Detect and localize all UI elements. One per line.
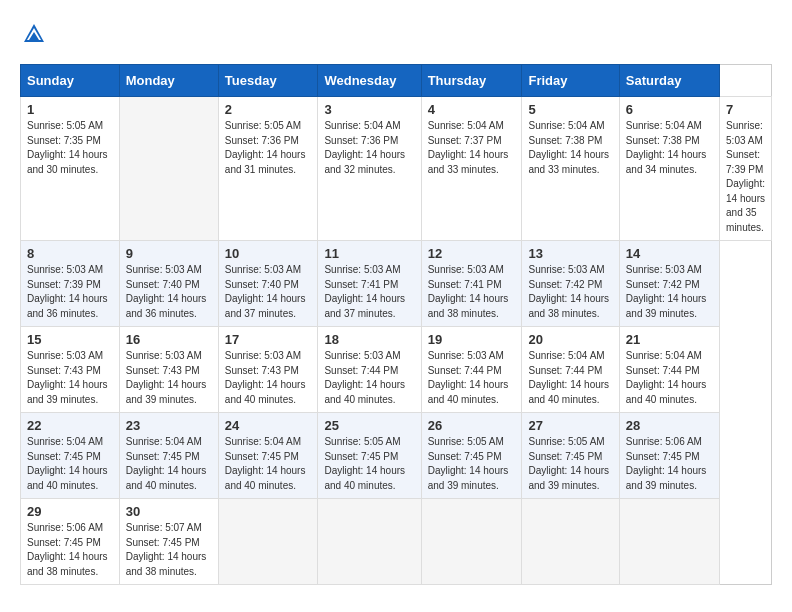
calendar-cell xyxy=(218,499,318,585)
day-info: Sunrise: 5:05 AM Sunset: 7:45 PM Dayligh… xyxy=(428,435,516,493)
day-info: Sunrise: 5:05 AM Sunset: 7:36 PM Dayligh… xyxy=(225,119,312,177)
day-number: 14 xyxy=(626,246,713,261)
day-info: Sunrise: 5:03 AM Sunset: 7:39 PM Dayligh… xyxy=(27,263,113,321)
day-info: Sunrise: 5:03 AM Sunset: 7:42 PM Dayligh… xyxy=(626,263,713,321)
calendar-cell: 3Sunrise: 5:04 AM Sunset: 7:36 PM Daylig… xyxy=(318,97,421,241)
day-info: Sunrise: 5:04 AM Sunset: 7:36 PM Dayligh… xyxy=(324,119,414,177)
day-number: 17 xyxy=(225,332,312,347)
calendar-cell: 20Sunrise: 5:04 AM Sunset: 7:44 PM Dayli… xyxy=(522,327,619,413)
calendar-cell: 13Sunrise: 5:03 AM Sunset: 7:42 PM Dayli… xyxy=(522,241,619,327)
col-header-wednesday: Wednesday xyxy=(318,65,421,97)
day-info: Sunrise: 5:03 AM Sunset: 7:42 PM Dayligh… xyxy=(528,263,612,321)
calendar-cell: 8Sunrise: 5:03 AM Sunset: 7:39 PM Daylig… xyxy=(21,241,120,327)
day-number: 2 xyxy=(225,102,312,117)
logo xyxy=(20,20,52,48)
day-number: 18 xyxy=(324,332,414,347)
calendar-week-row: 15Sunrise: 5:03 AM Sunset: 7:43 PM Dayli… xyxy=(21,327,772,413)
day-number: 28 xyxy=(626,418,713,433)
calendar-week-row: 22Sunrise: 5:04 AM Sunset: 7:45 PM Dayli… xyxy=(21,413,772,499)
day-info: Sunrise: 5:04 AM Sunset: 7:38 PM Dayligh… xyxy=(626,119,713,177)
day-info: Sunrise: 5:04 AM Sunset: 7:45 PM Dayligh… xyxy=(126,435,212,493)
day-info: Sunrise: 5:03 AM Sunset: 7:40 PM Dayligh… xyxy=(126,263,212,321)
col-header-friday: Friday xyxy=(522,65,619,97)
day-info: Sunrise: 5:07 AM Sunset: 7:45 PM Dayligh… xyxy=(126,521,212,579)
day-info: Sunrise: 5:05 AM Sunset: 7:35 PM Dayligh… xyxy=(27,119,113,177)
calendar-cell: 23Sunrise: 5:04 AM Sunset: 7:45 PM Dayli… xyxy=(119,413,218,499)
calendar-cell xyxy=(619,499,719,585)
calendar-cell: 26Sunrise: 5:05 AM Sunset: 7:45 PM Dayli… xyxy=(421,413,522,499)
calendar-cell: 30Sunrise: 5:07 AM Sunset: 7:45 PM Dayli… xyxy=(119,499,218,585)
col-header-monday: Monday xyxy=(119,65,218,97)
day-number: 8 xyxy=(27,246,113,261)
day-number: 5 xyxy=(528,102,612,117)
calendar-cell: 9Sunrise: 5:03 AM Sunset: 7:40 PM Daylig… xyxy=(119,241,218,327)
calendar-cell: 10Sunrise: 5:03 AM Sunset: 7:40 PM Dayli… xyxy=(218,241,318,327)
col-header-tuesday: Tuesday xyxy=(218,65,318,97)
calendar-cell: 4Sunrise: 5:04 AM Sunset: 7:37 PM Daylig… xyxy=(421,97,522,241)
calendar-cell xyxy=(421,499,522,585)
calendar-cell xyxy=(522,499,619,585)
calendar-cell: 28Sunrise: 5:06 AM Sunset: 7:45 PM Dayli… xyxy=(619,413,719,499)
day-number: 30 xyxy=(126,504,212,519)
logo-icon xyxy=(20,20,48,48)
day-info: Sunrise: 5:03 AM Sunset: 7:43 PM Dayligh… xyxy=(225,349,312,407)
calendar-cell: 27Sunrise: 5:05 AM Sunset: 7:45 PM Dayli… xyxy=(522,413,619,499)
day-number: 21 xyxy=(626,332,713,347)
day-info: Sunrise: 5:04 AM Sunset: 7:37 PM Dayligh… xyxy=(428,119,516,177)
calendar-cell: 11Sunrise: 5:03 AM Sunset: 7:41 PM Dayli… xyxy=(318,241,421,327)
calendar-cell: 12Sunrise: 5:03 AM Sunset: 7:41 PM Dayli… xyxy=(421,241,522,327)
day-number: 12 xyxy=(428,246,516,261)
day-info: Sunrise: 5:04 AM Sunset: 7:44 PM Dayligh… xyxy=(528,349,612,407)
calendar-cell xyxy=(318,499,421,585)
day-info: Sunrise: 5:04 AM Sunset: 7:44 PM Dayligh… xyxy=(626,349,713,407)
day-info: Sunrise: 5:06 AM Sunset: 7:45 PM Dayligh… xyxy=(626,435,713,493)
day-number: 29 xyxy=(27,504,113,519)
day-number: 7 xyxy=(726,102,765,117)
calendar-cell: 16Sunrise: 5:03 AM Sunset: 7:43 PM Dayli… xyxy=(119,327,218,413)
calendar-cell: 19Sunrise: 5:03 AM Sunset: 7:44 PM Dayli… xyxy=(421,327,522,413)
day-number: 22 xyxy=(27,418,113,433)
day-number: 4 xyxy=(428,102,516,117)
day-info: Sunrise: 5:03 AM Sunset: 7:43 PM Dayligh… xyxy=(27,349,113,407)
day-info: Sunrise: 5:03 AM Sunset: 7:44 PM Dayligh… xyxy=(324,349,414,407)
day-number: 3 xyxy=(324,102,414,117)
calendar-cell: 2Sunrise: 5:05 AM Sunset: 7:36 PM Daylig… xyxy=(218,97,318,241)
day-number: 6 xyxy=(626,102,713,117)
day-info: Sunrise: 5:04 AM Sunset: 7:38 PM Dayligh… xyxy=(528,119,612,177)
col-header-thursday: Thursday xyxy=(421,65,522,97)
day-info: Sunrise: 5:04 AM Sunset: 7:45 PM Dayligh… xyxy=(225,435,312,493)
day-info: Sunrise: 5:05 AM Sunset: 7:45 PM Dayligh… xyxy=(528,435,612,493)
calendar-week-row: 1Sunrise: 5:05 AM Sunset: 7:35 PM Daylig… xyxy=(21,97,772,241)
calendar-cell: 6Sunrise: 5:04 AM Sunset: 7:38 PM Daylig… xyxy=(619,97,719,241)
calendar-cell: 29Sunrise: 5:06 AM Sunset: 7:45 PM Dayli… xyxy=(21,499,120,585)
calendar-cell: 24Sunrise: 5:04 AM Sunset: 7:45 PM Dayli… xyxy=(218,413,318,499)
calendar-cell: 5Sunrise: 5:04 AM Sunset: 7:38 PM Daylig… xyxy=(522,97,619,241)
day-number: 20 xyxy=(528,332,612,347)
day-number: 23 xyxy=(126,418,212,433)
col-header-sunday: Sunday xyxy=(21,65,120,97)
day-number: 27 xyxy=(528,418,612,433)
day-info: Sunrise: 5:03 AM Sunset: 7:41 PM Dayligh… xyxy=(428,263,516,321)
col-header-saturday: Saturday xyxy=(619,65,719,97)
day-number: 19 xyxy=(428,332,516,347)
calendar-cell xyxy=(119,97,218,241)
calendar-cell: 15Sunrise: 5:03 AM Sunset: 7:43 PM Dayli… xyxy=(21,327,120,413)
day-info: Sunrise: 5:05 AM Sunset: 7:45 PM Dayligh… xyxy=(324,435,414,493)
calendar-table: SundayMondayTuesdayWednesdayThursdayFrid… xyxy=(20,64,772,585)
calendar-cell: 21Sunrise: 5:04 AM Sunset: 7:44 PM Dayli… xyxy=(619,327,719,413)
day-number: 26 xyxy=(428,418,516,433)
day-number: 10 xyxy=(225,246,312,261)
day-number: 16 xyxy=(126,332,212,347)
calendar-cell: 14Sunrise: 5:03 AM Sunset: 7:42 PM Dayli… xyxy=(619,241,719,327)
page-header xyxy=(20,20,772,48)
day-info: Sunrise: 5:03 AM Sunset: 7:44 PM Dayligh… xyxy=(428,349,516,407)
day-number: 1 xyxy=(27,102,113,117)
calendar-week-row: 29Sunrise: 5:06 AM Sunset: 7:45 PM Dayli… xyxy=(21,499,772,585)
calendar-cell: 18Sunrise: 5:03 AM Sunset: 7:44 PM Dayli… xyxy=(318,327,421,413)
calendar-cell: 17Sunrise: 5:03 AM Sunset: 7:43 PM Dayli… xyxy=(218,327,318,413)
day-number: 24 xyxy=(225,418,312,433)
day-info: Sunrise: 5:03 AM Sunset: 7:43 PM Dayligh… xyxy=(126,349,212,407)
day-info: Sunrise: 5:04 AM Sunset: 7:45 PM Dayligh… xyxy=(27,435,113,493)
calendar-cell: 22Sunrise: 5:04 AM Sunset: 7:45 PM Dayli… xyxy=(21,413,120,499)
calendar-cell: 7Sunrise: 5:03 AM Sunset: 7:39 PM Daylig… xyxy=(720,97,772,241)
